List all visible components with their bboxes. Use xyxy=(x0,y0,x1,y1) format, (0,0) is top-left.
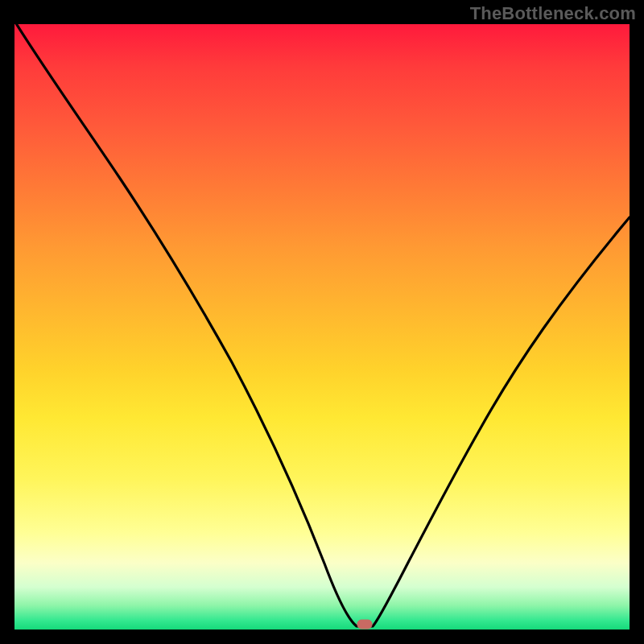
minimum-marker xyxy=(357,620,372,629)
bottleneck-curve-path xyxy=(14,24,630,626)
watermark-text: TheBottleneck.com xyxy=(470,3,636,24)
bottleneck-curve-svg xyxy=(14,24,630,630)
chart-wrapper: TheBottleneck.com xyxy=(0,0,644,644)
plot-area xyxy=(14,24,630,630)
